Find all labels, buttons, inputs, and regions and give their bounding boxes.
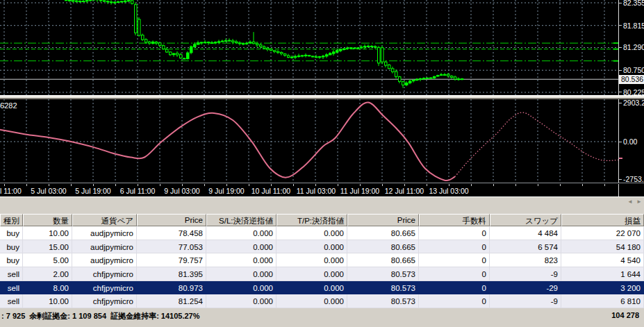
column-header-手数料[interactable]: 手数料 [419,214,490,226]
trade-table: buy10.00audjpymicro78.4580.0000.00080.66… [0,226,644,308]
table-cell: 80.665 [347,240,419,254]
price-axis-label: 80.750 [623,66,644,74]
time-axis-label: 12 Jul 11:00 [385,187,424,195]
table-cell: 823 [490,253,561,267]
indicator-axis-tick [619,103,622,103]
table-cell: 0.000 [206,240,276,254]
chart-horizontal-scrollbar[interactable]: ◄ ► [0,196,644,206]
table-cell: 22 070 [561,226,644,240]
table-cell: 6 810 [561,294,644,308]
price-axis-label: 81.815 [623,22,644,30]
table-cell: 0.000 [206,281,276,295]
table-cell: 80.665 [347,226,419,240]
account-summary-text: : 7 925 余剰証拠金: 1 109 854 証拠金維持率: 14105.2… [0,311,200,321]
time-axis-tick [249,184,249,186]
table-cell: 80.573 [347,294,419,308]
time-axis-tick [493,184,494,186]
table-cell: buy [0,240,23,254]
table-cell: -29 [490,281,561,295]
main-price-chart[interactable] [0,0,618,95]
scroll-left-icon[interactable]: ◄ [627,198,633,206]
indicator-axis-tick [619,179,622,180]
time-axis-label: 5 Jul 03:00 [31,187,66,195]
table-cell: 80.665 [347,253,419,267]
time-axis-tick [338,184,338,186]
time-axis-tick [427,184,427,186]
table-cell: 0 [419,267,490,281]
time-axis-tick [93,184,94,186]
time-axis-tick [49,184,49,186]
table-row[interactable]: sell8.00chfjpymicro80.9730.0000.00080.57… [0,281,644,295]
table-cell: 8.00 [23,281,72,295]
table-cell: audjpymicro [72,226,137,240]
table-cell: sell [0,294,23,308]
table-cell: 3 200 [561,281,644,295]
indicator-value-label: 46282 [0,101,17,110]
table-cell: 1 644 [561,267,644,281]
current-price-badge: 80.536 [619,75,644,84]
candlestick-series [65,0,464,88]
time-axis-tick [4,184,5,186]
chart-splitter[interactable] [0,95,644,99]
column-header-T/P:決済指値[interactable]: T/P:決済指値 [276,214,347,226]
time-axis-label: 5 Jul 19:00 [75,187,110,195]
scroll-right-icon[interactable]: ► [636,198,642,206]
table-cell: 0 [419,294,490,308]
time-axis-tick [360,184,361,186]
price-axis-tick [619,70,622,71]
time-axis-tick [271,184,272,186]
time-axis-tick [538,184,538,186]
table-row[interactable]: buy15.00audjpymicro77.0530.0000.00080.66… [0,240,644,254]
table-cell: 0.000 [206,253,276,267]
trade-table-header: 種別数量通貨ペアPriceS/L:決済逆指値T/P:決済指値Price手数料スワ… [0,214,644,226]
table-cell: 80.573 [347,281,419,295]
table-cell: 0.000 [276,281,347,295]
time-axis-tick [315,184,316,186]
indicator-gridlines [0,99,618,183]
column-header-スワップ[interactable]: スワップ [490,214,561,226]
column-header-通貨ペア[interactable]: 通貨ペア [72,214,137,226]
indicator-axis-label: 0.00 [623,137,637,146]
table-cell: 0.000 [206,226,276,240]
main-gridlines [0,0,618,95]
table-cell: chfjpymicro [72,294,137,308]
table-cell: chfjpymicro [72,281,137,295]
indicator-bottom-border [0,183,644,184]
time-axis-tick [115,184,116,186]
table-cell: sell [0,267,23,281]
table-cell: 80.573 [347,267,419,281]
table-cell: 4 540 [561,253,644,267]
table-row[interactable]: buy10.00audjpymicro78.4580.0000.00080.66… [0,226,644,240]
time-axis-label: 9 Jul 03:00 [164,187,199,195]
total-profit-value: 104 278 [611,311,644,319]
table-row[interactable]: sell10.00chfjpymicro81.2540.0000.00080.5… [0,294,644,308]
time-axis-tick [138,184,138,186]
time-axis-label: 13 Jul 03:00 [429,187,468,195]
chart-panel[interactable]: 46282 l 11:005 Jul 03:005 Jul 19:006 Jul… [0,0,644,196]
table-cell: 0.000 [276,253,347,267]
table-cell: 0 [419,253,490,267]
time-axis-tick [604,184,605,186]
table-cell: 10.00 [23,294,72,308]
time-axis[interactable]: l 11:005 Jul 03:005 Jul 19:006 Jul 11:00… [0,184,644,196]
indicator-subwindow[interactable] [0,99,618,183]
table-cell: 6 574 [490,240,561,254]
indicator-curve-forecast [455,112,618,176]
table-cell: 0.000 [276,240,347,254]
time-axis-tick [515,184,516,186]
table-row[interactable]: buy5.00audjpymicro79.7570.0000.00080.665… [0,253,644,267]
column-header-種別[interactable]: 種別 [0,214,23,226]
column-header-損益[interactable]: 損益 [561,214,644,226]
column-header-Price[interactable]: Price [137,214,206,226]
indicator-current-value-tick [619,158,622,159]
price-axis-tick [619,3,622,3]
table-row[interactable]: sell2.00chfjpymicro81.3950.0000.00080.57… [0,267,644,281]
table-cell: 78.458 [137,226,206,240]
table-cell: audjpymicro [72,240,137,254]
table-cell: 54 180 [561,240,644,254]
indicator-axis-tick [619,142,622,142]
column-header-数量[interactable]: 数量 [23,214,72,226]
column-header-S/L:決済逆指値[interactable]: S/L:決済逆指値 [206,214,276,226]
column-header-Price[interactable]: Price [347,214,419,226]
time-axis-tick [182,184,183,186]
